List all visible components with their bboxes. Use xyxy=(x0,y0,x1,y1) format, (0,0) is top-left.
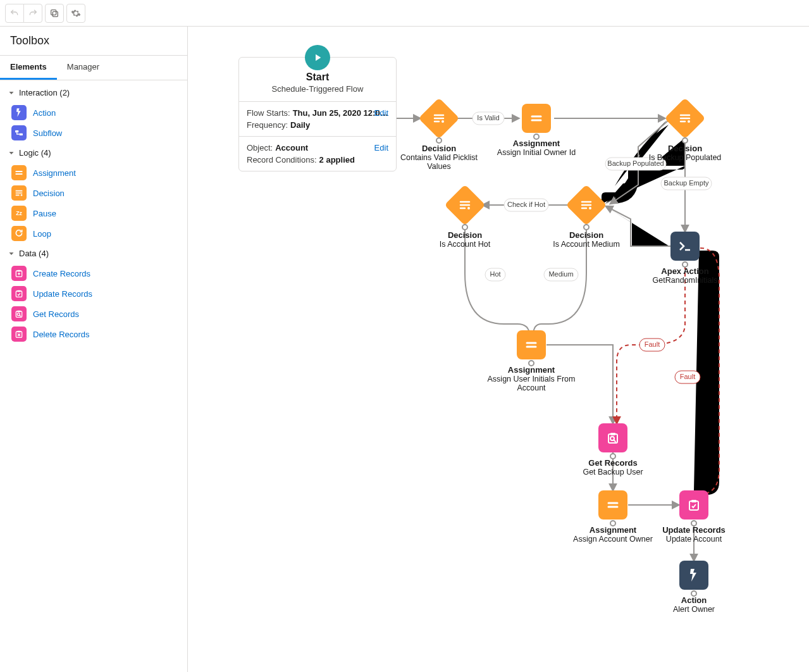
flow-node-label: Decision Contains Valid Picklist Values xyxy=(392,144,486,171)
flow-node-label: Apex Action GetRandomInitials xyxy=(638,266,732,285)
copy-button[interactable] xyxy=(45,4,64,23)
start-node[interactable]: Start Schedule-Triggered Flow Edit Flow … xyxy=(238,57,397,171)
element-palette: Interaction (2) Action Subflow Logic (4)… xyxy=(0,80,187,357)
object-label: Object: xyxy=(247,143,273,152)
flow-node-n7[interactable] xyxy=(517,330,546,359)
node-name: Contains Valid Picklist Values xyxy=(400,153,478,171)
get-icon xyxy=(11,306,27,321)
node-type: Assignment xyxy=(484,365,579,375)
palette-item-label: Decision xyxy=(33,189,65,198)
svg-rect-39 xyxy=(691,500,696,502)
svg-rect-37 xyxy=(610,433,615,435)
svg-text:Is Valid: Is Valid xyxy=(477,114,499,121)
svg-rect-9 xyxy=(17,290,20,292)
palette-group-label: Logic (4) xyxy=(19,148,51,158)
palette-item-label: Action xyxy=(33,108,56,118)
start-object-section: Edit Object: Account Record Conditions: … xyxy=(239,137,396,171)
create-icon xyxy=(11,266,27,281)
palette-group-header[interactable]: Logic (4) xyxy=(0,143,187,163)
frequency-label: Frequency: xyxy=(247,120,288,130)
toolbox-panel: Toolbox Elements Manager Interaction (2)… xyxy=(0,27,188,672)
palette-group-header[interactable]: Interaction (2) xyxy=(0,83,187,103)
palette-item-label: Loop xyxy=(33,229,51,239)
palette-item-update-records[interactable]: Update Records xyxy=(0,283,187,304)
flow-node-label: Decision Is Account Medium xyxy=(539,230,634,249)
flow-node-n2[interactable] xyxy=(522,104,551,133)
flow-node-n8[interactable] xyxy=(598,423,627,452)
update-icon xyxy=(686,497,701,513)
pause-icon: Zz xyxy=(11,206,27,221)
get-icon xyxy=(605,430,621,445)
svg-rect-7 xyxy=(17,270,20,272)
redo-icon xyxy=(28,8,38,18)
palette-item-pause[interactable]: Zz Pause xyxy=(0,203,187,223)
node-type: Action xyxy=(646,595,741,605)
flow-canvas[interactable]: Is Valid Back xyxy=(188,27,809,672)
palette-item-action[interactable]: Action xyxy=(0,103,187,123)
node-name: Assign User Initials From Account xyxy=(488,375,576,392)
edit-schedule-link[interactable]: Edit xyxy=(374,108,388,118)
flow-node-n9[interactable] xyxy=(598,490,627,520)
palette-item-get-records[interactable]: Get Records xyxy=(0,304,187,324)
palette-item-subflow[interactable]: Subflow xyxy=(0,123,187,143)
toolbox-title: Toolbox xyxy=(0,27,187,56)
svg-text:Fault: Fault xyxy=(680,373,695,380)
equals-icon xyxy=(524,337,539,352)
loop-icon xyxy=(11,226,27,241)
equals-icon xyxy=(529,111,544,126)
svg-rect-1 xyxy=(51,9,56,15)
undo-icon xyxy=(9,8,20,18)
palette-item-delete-records[interactable]: Delete Records xyxy=(0,324,187,344)
palette-item-label: Create Records xyxy=(33,269,90,278)
svg-rect-14 xyxy=(17,331,20,333)
start-schedule-section: Edit Flow Starts: Thu, Jun 25, 2020 12:0… xyxy=(239,102,396,137)
equals-icon xyxy=(11,165,27,180)
node-name: Assign Account Owner xyxy=(573,535,653,544)
node-name: Is Account Medium xyxy=(553,240,620,249)
node-type: Decision xyxy=(392,144,486,153)
start-subtitle: Schedule-Triggered Flow xyxy=(247,84,388,94)
decision-icon xyxy=(677,111,693,126)
tab-manager[interactable]: Manager xyxy=(57,56,109,80)
redo-button[interactable] xyxy=(23,4,42,23)
node-name: GetRandomInitials xyxy=(653,276,718,285)
delete-icon xyxy=(11,327,27,342)
edit-object-link[interactable]: Edit xyxy=(374,143,388,152)
node-connector-dot xyxy=(682,137,688,144)
svg-text:Check if Hot: Check if Hot xyxy=(507,201,545,208)
flow-node-label: Assignment Assign Initial Owner Id xyxy=(489,139,584,157)
decision-icon xyxy=(457,197,472,213)
svg-rect-0 xyxy=(52,11,58,16)
palette-item-loop[interactable]: Loop xyxy=(0,223,187,244)
tab-elements[interactable]: Elements xyxy=(0,56,57,80)
node-name: Alert Owner xyxy=(673,605,715,614)
node-type: Assignment xyxy=(489,139,584,148)
palette-item-assignment[interactable]: Assignment xyxy=(0,163,187,183)
flow-node-n10[interactable] xyxy=(679,490,708,520)
palette-item-label: Delete Records xyxy=(33,330,90,339)
svg-point-32 xyxy=(688,120,690,123)
svg-text:Backup Empty: Backup Empty xyxy=(664,179,709,187)
toolbar xyxy=(0,0,809,27)
update-icon xyxy=(11,286,27,301)
undo-button[interactable] xyxy=(5,4,24,23)
node-type: Update Records xyxy=(646,525,741,535)
bolt-icon xyxy=(686,568,701,583)
flow-node-n6[interactable] xyxy=(670,232,700,261)
svg-point-31 xyxy=(442,120,444,123)
palette-item-create-records[interactable]: Create Records xyxy=(0,263,187,283)
subflow-icon xyxy=(11,125,27,140)
node-name: Update Account xyxy=(666,535,722,544)
node-type: Decision xyxy=(417,230,512,240)
palette-group-header[interactable]: Data (4) xyxy=(0,244,187,263)
svg-point-4 xyxy=(21,194,23,196)
flow-node-n11[interactable] xyxy=(679,561,708,590)
node-connector-dot xyxy=(436,137,442,144)
play-icon xyxy=(305,45,330,70)
node-name: Is Account Hot xyxy=(440,240,491,249)
settings-button[interactable] xyxy=(66,4,85,23)
node-name: Get Backup User xyxy=(583,468,643,476)
flow-node-label: Update Records Update Account xyxy=(646,525,741,544)
palette-item-decision[interactable]: Decision xyxy=(0,183,187,203)
equals-icon xyxy=(605,497,621,513)
